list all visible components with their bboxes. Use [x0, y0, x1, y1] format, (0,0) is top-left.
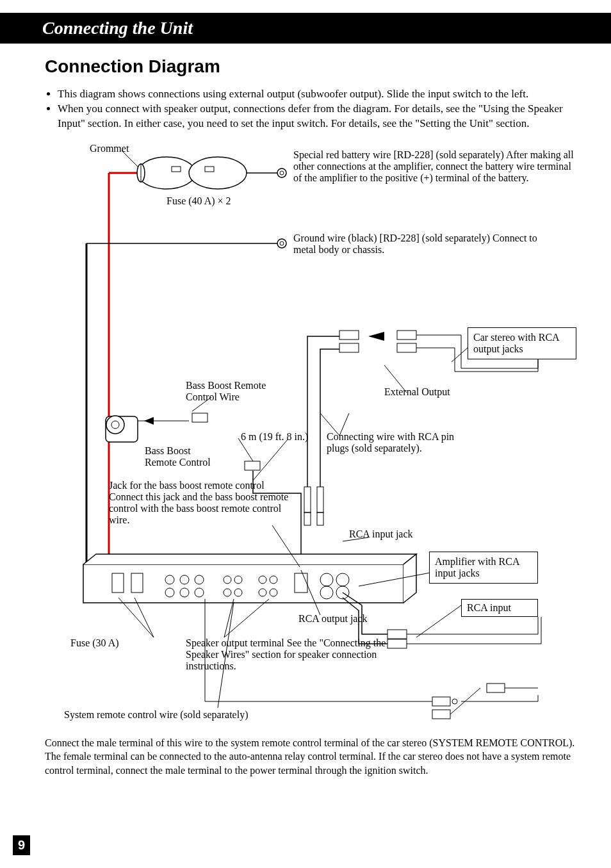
jack-text: Jack for the bass boost remote control C…: [109, 480, 295, 526]
battery-wire-text: Special red battery wire [RD-228] (sold …: [293, 149, 575, 184]
svg-rect-44: [304, 512, 311, 525]
connection-diagram: Grommet Fuse (40 A) × 2 Special red batt…: [45, 144, 585, 733]
system-remote-title: System remote control wire (sold separat…: [64, 709, 589, 721]
svg-point-34: [106, 416, 124, 434]
amp-rca-box: Amplifier with RCA input jacks: [429, 552, 538, 584]
sub-heading: Connection Diagram: [45, 56, 585, 77]
svg-rect-46: [339, 331, 359, 340]
bullet-1: This diagram shows connections using ext…: [58, 87, 585, 102]
bass-boost-wire-label: Bass Boost Remote Control Wire: [186, 380, 288, 403]
wire-length: 6 m (19 ft. 8 in.): [241, 431, 311, 443]
svg-line-52: [134, 598, 154, 637]
svg-point-9: [277, 239, 286, 248]
section-title: Connecting the Unit: [10, 18, 193, 38]
speaker-output-text: Speaker output terminal See the "Connect…: [186, 637, 391, 672]
svg-rect-45: [317, 512, 323, 525]
fuse-top-label: Fuse (40 A) × 2: [167, 195, 231, 207]
rca-input-box: RCA input: [461, 599, 538, 617]
rca-input-jack-label: RCA input jack: [349, 528, 413, 540]
svg-rect-64: [487, 684, 505, 692]
svg-line-72: [416, 605, 461, 637]
fuse-side-label: Fuse (30 A): [70, 637, 119, 649]
ground-wire-text: Ground wire (black) [RD-228] (sold separ…: [293, 233, 562, 256]
svg-point-3: [189, 157, 247, 189]
rca-wire-text: Connecting wire with RCA pin plugs (sold…: [327, 431, 468, 454]
intro-bullets: This diagram shows connections using ext…: [45, 87, 585, 131]
svg-line-53: [118, 598, 154, 637]
system-remote-body: Connect the male terminal of this wire t…: [45, 736, 585, 778]
section-title-bar: Connecting the Unit: [0, 13, 611, 44]
svg-line-55: [224, 599, 269, 637]
rca-output-jack-label: RCA output jack: [298, 613, 368, 625]
svg-rect-49: [397, 343, 416, 352]
svg-rect-61: [432, 697, 450, 706]
svg-rect-43: [317, 487, 323, 512]
grommet-label: Grommet: [90, 143, 129, 154]
svg-rect-37: [245, 461, 260, 470]
svg-point-2: [138, 157, 195, 189]
bass-boost-remote-label: Bass Boost Remote Control: [145, 445, 222, 468]
svg-point-0: [277, 168, 286, 177]
svg-line-41: [253, 439, 288, 480]
svg-rect-42: [304, 487, 311, 512]
svg-line-54: [224, 599, 234, 637]
svg-line-67: [452, 348, 468, 362]
car-stereo-box: Car stereo with RCA output jacks: [468, 327, 576, 359]
svg-marker-50: [368, 332, 384, 341]
svg-marker-38: [144, 417, 154, 425]
svg-point-62: [452, 699, 457, 704]
bullet-2: When you connect with speaker output, co…: [58, 102, 585, 131]
svg-rect-36: [192, 413, 208, 422]
svg-rect-48: [397, 331, 416, 340]
external-output-label: External Output: [384, 386, 450, 398]
svg-rect-47: [339, 343, 359, 352]
